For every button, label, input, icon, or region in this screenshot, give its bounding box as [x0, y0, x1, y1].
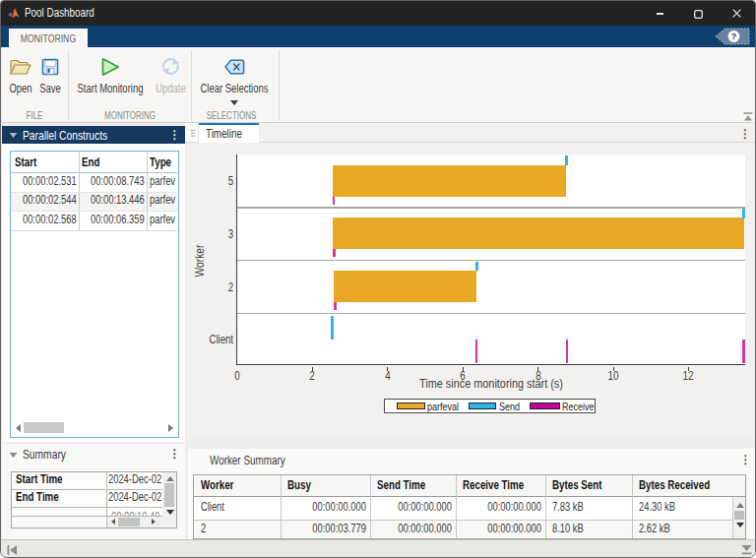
- svg-text:?: ?: [730, 31, 736, 41]
